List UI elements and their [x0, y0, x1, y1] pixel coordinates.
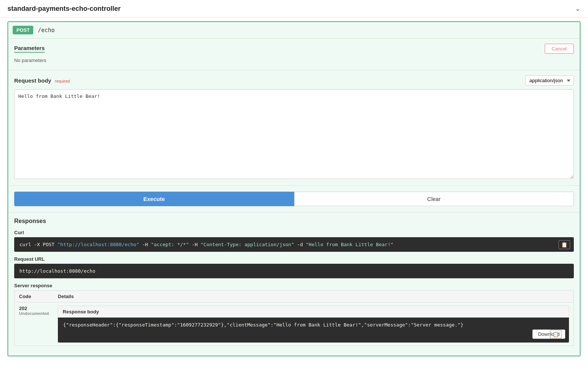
request-body-label: Request body: [14, 77, 51, 84]
endpoint-container: POST /echo Parameters Cancel No paramete…: [7, 21, 581, 356]
request-body-header: Request body required application/json: [14, 75, 574, 86]
responses-section: Responses Curl curl -X POST "http://loca…: [8, 213, 580, 356]
request-body-textarea[interactable]: Hello from Bank Little Bear!: [14, 89, 574, 179]
page-title: standard-payments-echo-controller: [7, 5, 121, 13]
actions-section: Execute Clear: [8, 186, 580, 213]
parameters-title-row: Parameters Cancel: [14, 44, 574, 54]
curl-url: "http://localhost:8080/echo": [57, 242, 139, 247]
clear-button[interactable]: Clear: [294, 192, 574, 206]
execute-button[interactable]: Execute: [14, 192, 294, 206]
header: standard-payments-echo-controller ⌄: [0, 0, 588, 18]
undocumented-label: Undocumented: [19, 311, 49, 316]
response-details-cell: Response body {"responseHeader":{"respon…: [53, 303, 573, 346]
curl-header-accept: "accept: */*": [151, 242, 189, 247]
code-column-header: Code: [15, 291, 54, 303]
request-url-section: Request URL http://localhost:8080/echo: [14, 256, 574, 278]
response-code: 202: [19, 306, 27, 311]
curl-section: Curl curl -X POST "http://localhost:8080…: [14, 230, 574, 252]
curl-code-block: curl -X POST "http://localhost:8080/echo…: [14, 237, 574, 252]
required-badge: required: [55, 79, 70, 83]
request-body-title-group: Request body required: [14, 77, 70, 84]
curl-command-text: curl -X POST "http://localhost:8080/echo…: [19, 242, 393, 247]
server-response-row: 202 Undocumented Response body {"respons…: [15, 303, 574, 346]
response-body-actions: 📋 Download: [532, 329, 565, 339]
curl-copy-button[interactable]: 📋: [559, 240, 570, 249]
curl-header-content-type: "Content-Type: application/json": [200, 242, 294, 247]
responses-title: Responses: [14, 218, 574, 225]
endpoint-path: /echo: [38, 27, 55, 34]
response-body-value: {"responseHeader":{"responseTimestamp":"…: [63, 322, 463, 328]
chevron-down-icon[interactable]: ⌄: [575, 4, 581, 13]
curl-data: "Hello from Bank Little Bear!": [306, 242, 393, 247]
parameters-label: Parameters: [14, 45, 45, 53]
content-type-select[interactable]: application/json: [525, 75, 574, 86]
cancel-button[interactable]: Cancel: [545, 44, 574, 54]
response-code-cell: 202 Undocumented: [15, 303, 54, 346]
parameters-section: Parameters Cancel No parameters: [8, 38, 580, 70]
page-container: standard-payments-echo-controller ⌄ POST…: [0, 0, 588, 387]
response-copy-button[interactable]: 📋: [550, 330, 561, 339]
request-body-section: Request body required application/json H…: [8, 70, 580, 186]
no-params-text: No parameters: [14, 56, 574, 65]
response-body-label: Response body: [58, 306, 569, 318]
request-url-value: http://localhost:8080/echo: [19, 268, 96, 274]
server-response-label: Server response: [14, 283, 574, 288]
http-method-badge: POST: [13, 26, 33, 34]
endpoint-header: POST /echo: [8, 22, 580, 38]
request-url-code-block: http://localhost:8080/echo: [14, 264, 574, 278]
details-column-header: Details: [53, 291, 573, 303]
server-response-table: Code Details 202 Undocumented Response b…: [14, 290, 574, 346]
server-response-section: Server response Code Details 202 Undocum…: [14, 283, 574, 346]
curl-label: Curl: [14, 230, 574, 235]
request-url-label: Request URL: [14, 256, 574, 262]
response-body-block: {"responseHeader":{"responseTimestamp":"…: [58, 318, 569, 343]
